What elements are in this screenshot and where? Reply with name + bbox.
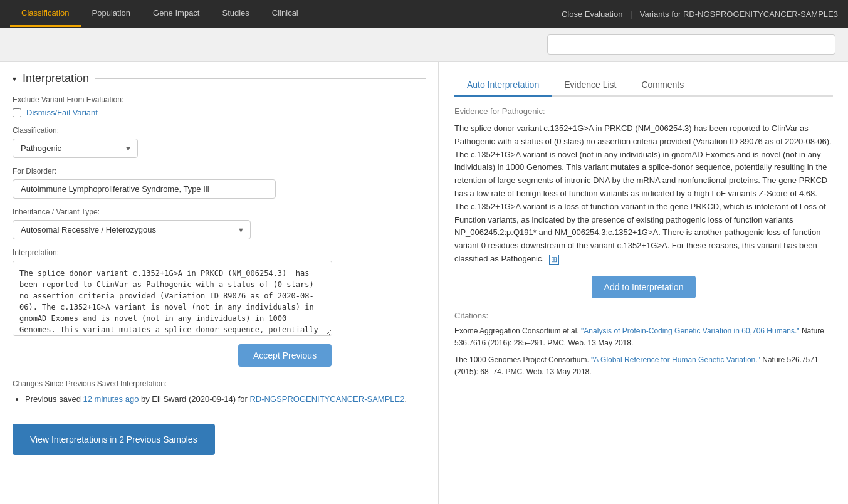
change-suffix: . (404, 394, 407, 404)
disorder-input[interactable] (13, 179, 276, 199)
change-mid: by Eli Sward (2020-09-14) for (139, 394, 249, 404)
dismiss-row: Dismiss/Fail Variant (13, 108, 426, 117)
change-sample-link[interactable]: RD-NGSPROGENITYCANCER-SAMPLE2 (249, 394, 404, 404)
classification-select[interactable]: Pathogenic Likely Pathogenic Uncertain S… (13, 139, 138, 158)
inheritance-label: Inheritance / Variant Type: (13, 207, 426, 216)
left-panel: ▾ Interpretation Exclude Variant From Ev… (0, 62, 439, 504)
change-prefix: Previous saved (25, 394, 83, 404)
tab-comments[interactable]: Comments (629, 75, 696, 97)
add-to-interpretation-button[interactable]: Add to Interpretation (592, 276, 696, 298)
dismiss-checkbox[interactable] (13, 108, 21, 117)
right-tabs: Auto Interpretation Evidence List Commen… (454, 75, 833, 97)
evidence-text: The splice donor variant c.1352+1G>A in … (454, 122, 833, 266)
variants-link[interactable]: Variants for RD-NGSPROGENITYCANCER-SAMPL… (640, 9, 838, 19)
citation-1-text: Exome Aggregation Consortium et al. (454, 327, 581, 335)
evidence-text-content: The splice donor variant c.1352+1G>A in … (454, 123, 832, 263)
nav-divider: | (630, 9, 632, 19)
tab-clinical[interactable]: Clinical (261, 1, 310, 27)
accept-previous-button[interactable]: Accept Previous (238, 344, 332, 367)
tab-classification[interactable]: Classification (10, 1, 81, 27)
disorder-label: For Disorder: (13, 167, 426, 176)
citation-2-link[interactable]: "A Global Reference for Human Genetic Va… (591, 355, 760, 364)
citation-1-link[interactable]: "Analysis of Protein-Coding Genetic Vari… (581, 327, 799, 335)
close-evaluation-link[interactable]: Close Evaluation (562, 9, 623, 19)
nav-right: Close Evaluation | Variants for RD-NGSPR… (562, 9, 838, 19)
citation-2: The 1000 Genomes Project Consortium. "A … (454, 354, 833, 378)
interpretation-label: Interpretation: (13, 248, 426, 257)
textarea-container: The splice donor variant c.1352+1G>A in … (13, 261, 332, 338)
top-search-area (0, 28, 848, 62)
panels-row: ▾ Interpretation Exclude Variant From Ev… (0, 62, 848, 504)
section-toggle[interactable]: ▾ (13, 75, 16, 83)
tab-auto-interpretation[interactable]: Auto Interpretation (454, 75, 552, 97)
changes-section: Changes Since Previous Saved Interpretat… (13, 379, 426, 406)
tab-evidence-list[interactable]: Evidence List (552, 75, 629, 97)
top-nav: Classification Population Gene Impact St… (0, 0, 848, 28)
classification-select-wrapper: Pathogenic Likely Pathogenic Uncertain S… (13, 139, 138, 158)
change-item: Previous saved 12 minutes ago by Eli Swa… (25, 393, 426, 406)
citation-2-text: The 1000 Genomes Project Consortium. (454, 355, 591, 364)
inheritance-select[interactable]: Autosomal Recessive / Heterozygous Autos… (13, 220, 251, 239)
classification-label: Classification: (13, 126, 426, 135)
view-prev-samples-button[interactable]: View Interpretations in 2 Previous Sampl… (13, 424, 215, 455)
inheritance-select-wrapper: Autosomal Recessive / Heterozygous Autos… (13, 220, 251, 239)
tab-gene-impact[interactable]: Gene Impact (142, 1, 211, 27)
exclude-label: Exclude Variant From Evaluation: (13, 95, 426, 104)
tab-population[interactable]: Population (81, 1, 142, 27)
nav-tabs: Classification Population Gene Impact St… (10, 1, 310, 27)
changes-list: Previous saved 12 minutes ago by Eli Swa… (13, 393, 426, 406)
section-title: Interpretation (23, 72, 89, 85)
citations-label: Citations: (454, 311, 833, 320)
dismiss-label[interactable]: Dismiss/Fail Variant (26, 108, 98, 117)
tab-studies[interactable]: Studies (211, 1, 260, 27)
section-line (95, 78, 426, 79)
search-bar[interactable] (547, 34, 835, 55)
citation-1: Exome Aggregation Consortium et al. "Ana… (454, 325, 833, 349)
right-panel: Auto Interpretation Evidence List Commen… (439, 62, 848, 504)
changes-label: Changes Since Previous Saved Interpretat… (13, 379, 426, 388)
section-header: ▾ Interpretation (13, 72, 426, 85)
change-time-link[interactable]: 12 minutes ago (83, 394, 139, 404)
evidence-label: Evidence for Pathogenic: (454, 107, 833, 116)
interpretation-textarea[interactable]: The splice donor variant c.1352+1G>A in … (13, 261, 332, 336)
expand-icon[interactable]: ⊞ (549, 255, 559, 265)
